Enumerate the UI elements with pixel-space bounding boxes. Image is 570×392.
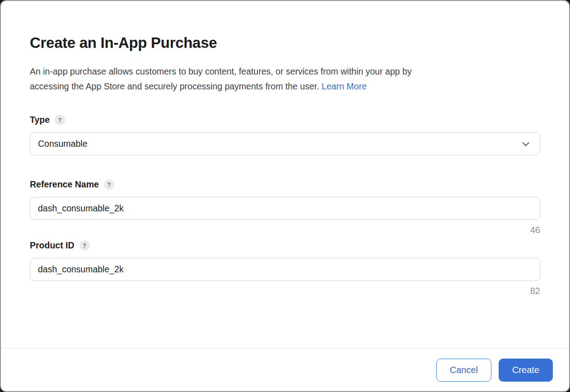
product-id-help-icon[interactable]: ? (79, 240, 90, 251)
type-field-group: Type ? Consumable (30, 115, 540, 155)
description-line-2: accessing the App Store and securely pro… (30, 81, 319, 91)
create-button[interactable]: Create (499, 359, 553, 382)
product-id-label-row: Product ID ? (30, 240, 540, 251)
modal-footer: Cancel Create (1, 348, 569, 391)
reference-name-char-count: 46 (30, 224, 540, 235)
reference-name-field-group: Reference Name ? 46 (30, 179, 540, 235)
create-iap-modal: Create an In-App Purchase An in-app purc… (0, 0, 570, 392)
page-title: Create an In-App Purchase (30, 34, 540, 51)
chevron-down-icon (521, 139, 531, 149)
reference-name-label-row: Reference Name ? (30, 179, 540, 190)
product-id-field-group: Product ID ? 82 (30, 240, 540, 296)
type-label-row: Type ? (30, 115, 540, 125)
description-line-1: An in-app purchase allows customers to b… (30, 66, 411, 76)
learn-more-link[interactable]: Learn More (322, 81, 367, 91)
type-select[interactable]: Consumable (30, 132, 540, 155)
type-label: Type (30, 115, 50, 125)
reference-name-help-icon[interactable]: ? (104, 179, 114, 190)
modal-description: An in-app purchase allows customers to b… (30, 64, 540, 94)
type-selected-value: Consumable (38, 139, 87, 149)
product-id-char-count: 82 (30, 285, 540, 296)
reference-name-input[interactable] (30, 197, 540, 220)
product-id-input[interactable] (30, 258, 540, 281)
modal-content: Create an In-App Purchase An in-app purc… (1, 1, 569, 348)
reference-name-label: Reference Name (30, 179, 99, 190)
cancel-button[interactable]: Cancel (436, 359, 491, 382)
type-help-icon[interactable]: ? (55, 115, 65, 125)
product-id-label: Product ID (30, 240, 75, 251)
